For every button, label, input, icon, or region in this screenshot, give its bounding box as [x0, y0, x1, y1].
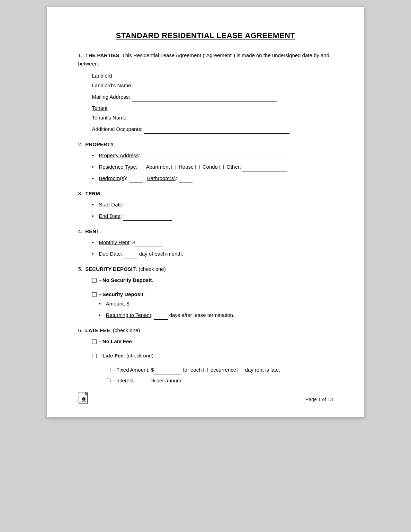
fixed-amount-field[interactable]: [154, 368, 181, 374]
end-date-label: End Date: [99, 213, 121, 219]
tenant-subsection: Tenant Tenant's Name: Additional Occupan…: [92, 105, 333, 134]
tenant-name-field[interactable]: [129, 116, 198, 122]
fixed-amount-option: - Fixed Amount. $ for each occurrence da…: [106, 365, 333, 374]
section-5: 5. SECURITY DEPOSIT. (check one) - No Se…: [78, 266, 333, 320]
amount-item: Amount: $: [99, 299, 333, 308]
returning-item: Returning to Tenant: days after lease te…: [99, 310, 333, 320]
interest-checkbox[interactable]: [106, 379, 110, 383]
property-address-label: Property Address: [99, 152, 139, 158]
section-1: 1. THE PARTIES. This Residential Lease A…: [78, 51, 333, 134]
bedrooms-item: Bedroom(s): Bathroom(s):: [92, 174, 333, 183]
rent-bullet-list: Monthly Rent: $ Due Date: day of each mo…: [92, 238, 333, 258]
late-fee-label: Late Fee: [102, 353, 124, 358]
mailing-address-row: Mailing Address:: [92, 92, 333, 101]
fixed-amount-checkbox[interactable]: [106, 368, 110, 372]
section-2: 2. PROPERTY. Property Address: Residence…: [78, 141, 333, 183]
returning-label: Returning to Tenant: [106, 312, 151, 318]
footer: Page 1 of 13: [78, 391, 333, 407]
other-field[interactable]: [242, 165, 287, 171]
bedrooms-field[interactable]: [129, 177, 143, 183]
house-checkbox[interactable]: [171, 165, 176, 169]
property-bullet-list: Property Address: Residence Type: Apartm…: [92, 151, 333, 183]
bathrooms-label: Bathroom(s): [147, 175, 176, 181]
day-rent-checkbox[interactable]: [238, 368, 242, 372]
document-title: STANDARD RESIDENTIAL LEASE AGREEMENT: [78, 31, 333, 40]
tenant-label: Tenant: [92, 105, 333, 111]
end-date-item: End Date:: [92, 211, 333, 221]
section-3: 3. TERM. Start Date: End Date:: [78, 190, 333, 221]
residence-type-item: Residence Type: Apartment House Condo Ot…: [92, 162, 333, 171]
section-5-header: 5. SECURITY DEPOSIT. (check one): [78, 266, 333, 272]
due-date-field[interactable]: [124, 252, 137, 258]
returning-field[interactable]: [154, 313, 168, 320]
landlord-name-field[interactable]: [134, 84, 203, 90]
term-bullet-list: Start Date: End Date:: [92, 200, 333, 221]
start-date-field[interactable]: [125, 203, 173, 209]
residence-type-label: Residence Type: [99, 164, 136, 170]
security-deposit-bullets: Amount: $ Returning to Tenant: days afte…: [99, 299, 333, 320]
landlord-label: Landlord: [92, 73, 333, 79]
occurrence-checkbox[interactable]: [203, 368, 208, 372]
section-4-header: 4. RENT.: [78, 228, 333, 234]
mailing-address-field[interactable]: [132, 95, 277, 101]
start-date-item: Start Date:: [92, 200, 333, 209]
monthly-rent-label: Monthly Rent: [99, 239, 129, 245]
property-address-field[interactable]: [142, 154, 287, 160]
security-deposit-option: - Security Deposit. Amount: $ Returning …: [92, 290, 333, 320]
tenant-name-row: Tenant's Name:: [92, 113, 333, 122]
late-fee-checkbox[interactable]: [92, 354, 97, 358]
bedrooms-label: Bedroom(s): [99, 175, 126, 181]
section-6-header: 6. LATE FEE. (check one): [78, 327, 333, 333]
no-late-fee-option: - No Late Fee.: [92, 337, 333, 346]
monthly-rent-item: Monthly Rent: $: [92, 238, 333, 247]
section-1-intro: 1. THE PARTIES. This Residential Lease A…: [78, 51, 333, 68]
interest-option: - Interest. % per annum.: [106, 376, 333, 385]
due-date-item: Due Date: day of each month.: [92, 249, 333, 258]
landlord-subsection: Landlord Landlord's Name: Mailing Addres…: [92, 73, 333, 101]
interest-label: Interest: [116, 378, 134, 383]
section-1-label: THE PARTIES: [85, 52, 119, 58]
property-address-item: Property Address:: [92, 151, 333, 160]
page-indicator: Page 1 of 13: [305, 397, 333, 402]
amount-field[interactable]: [129, 302, 157, 308]
no-security-deposit-option: - No Security Deposit.: [92, 275, 333, 285]
other-checkbox[interactable]: [219, 165, 224, 169]
footer-logo-icon: [78, 391, 89, 407]
due-date-label: Due Date: [99, 251, 121, 257]
bathrooms-field[interactable]: [179, 177, 193, 183]
section-1-number: 1.: [78, 52, 86, 58]
svg-point-1: [82, 397, 86, 401]
no-security-deposit-checkbox[interactable]: [92, 278, 97, 283]
section-2-header: 2. PROPERTY.: [78, 141, 333, 147]
condo-checkbox[interactable]: [195, 165, 200, 169]
security-deposit-checkbox[interactable]: [92, 292, 97, 297]
apartment-checkbox[interactable]: [139, 165, 143, 169]
additional-occupants-field[interactable]: [144, 127, 289, 134]
fixed-amount-label: Fixed Amount: [116, 367, 148, 373]
end-date-field[interactable]: [123, 214, 172, 221]
interest-field[interactable]: [136, 379, 150, 385]
no-late-fee-checkbox[interactable]: [92, 339, 97, 344]
landlord-name-row: Landlord's Name:: [92, 81, 333, 90]
section-6: 6. LATE FEE. (check one) - No Late Fee. …: [78, 327, 333, 385]
additional-occupants-row: Additional Occupants:: [92, 124, 333, 134]
start-date-label: Start Date: [99, 202, 123, 207]
late-fee-option: - Late Fee: (check one): [92, 351, 333, 360]
section-4: 4. RENT. Monthly Rent: $ Due Date: day o…: [78, 228, 333, 258]
monthly-rent-field[interactable]: [135, 241, 163, 247]
amount-label: Amount: [106, 301, 124, 307]
no-security-deposit-label: No Security Deposit: [102, 277, 152, 283]
no-late-fee-label: No Late Fee: [102, 338, 132, 344]
security-deposit-label: Security Deposit: [102, 291, 143, 297]
document-page: STANDARD RESIDENTIAL LEASE AGREEMENT 1. …: [47, 7, 364, 417]
section-3-header: 3. TERM.: [78, 190, 333, 196]
